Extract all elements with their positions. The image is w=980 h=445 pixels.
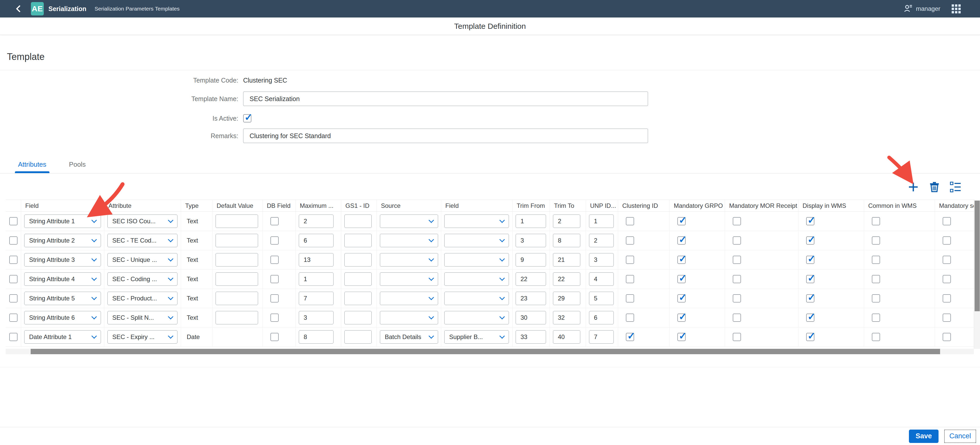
source-select[interactable] [380, 234, 438, 247]
mandatory-mor-receipt-checkbox[interactable] [733, 333, 741, 341]
unp-id-input[interactable] [589, 292, 614, 305]
trim-from-input[interactable] [515, 330, 546, 344]
display-in-wms-checkbox[interactable] [806, 217, 815, 225]
clustering-id-checkbox[interactable] [626, 314, 634, 322]
mandatory-grpo-checkbox[interactable] [678, 314, 686, 322]
source-select[interactable] [380, 253, 438, 266]
unp-id-input[interactable] [589, 234, 614, 247]
db-field-checkbox[interactable] [270, 275, 279, 283]
trim-to-input[interactable] [553, 272, 580, 286]
attribute-select[interactable]: SEC - Coding ... [107, 272, 177, 286]
clustering-id-checkbox[interactable] [626, 294, 634, 302]
unp-id-input[interactable] [589, 215, 614, 228]
default-value-input[interactable] [216, 311, 258, 325]
field-select[interactable]: String Attribute 5 [24, 292, 101, 305]
mandatory-mor-receipt-checkbox[interactable] [733, 314, 741, 322]
default-value-input[interactable] [216, 234, 258, 247]
display-in-wms-checkbox[interactable] [806, 333, 815, 341]
template-name-input[interactable] [243, 92, 648, 106]
attribute-select[interactable]: SEC - Expiry ... [107, 330, 177, 344]
common-in-wms-checkbox[interactable] [872, 314, 880, 322]
field-select[interactable]: String Attribute 1 [24, 215, 101, 228]
app-grid-icon[interactable] [952, 5, 961, 13]
trim-from-input[interactable] [515, 292, 546, 305]
gs1-id-input[interactable] [344, 292, 372, 305]
user-menu[interactable]: manager [904, 4, 940, 14]
field-select[interactable]: String Attribute 3 [24, 253, 101, 266]
clustering-id-checkbox[interactable] [626, 275, 634, 283]
mandatory-scan-checkbox[interactable] [943, 217, 951, 225]
clustering-id-checkbox[interactable] [626, 333, 634, 341]
unp-id-input[interactable] [589, 311, 614, 325]
trim-to-input[interactable] [553, 311, 580, 325]
maximum-input[interactable] [299, 253, 334, 266]
is-active-checkbox[interactable] [243, 114, 251, 122]
trim-to-input[interactable] [553, 234, 580, 247]
display-in-wms-checkbox[interactable] [806, 294, 815, 302]
attribute-select[interactable]: SEC - TE Cod... [107, 234, 177, 247]
mandatory-mor-receipt-checkbox[interactable] [733, 256, 741, 264]
field-select[interactable]: String Attribute 4 [24, 272, 101, 286]
source-field-select[interactable] [444, 253, 509, 266]
trim-to-input[interactable] [553, 292, 580, 305]
mandatory-grpo-checkbox[interactable] [678, 256, 686, 264]
source-field-select[interactable] [444, 234, 509, 247]
row-select-checkbox[interactable] [9, 275, 18, 283]
source-select[interactable]: Batch Details [380, 330, 438, 344]
source-select[interactable] [380, 272, 438, 286]
unp-id-input[interactable] [589, 253, 614, 266]
gs1-id-input[interactable] [344, 330, 372, 344]
display-in-wms-checkbox[interactable] [806, 275, 815, 283]
back-button[interactable] [12, 0, 27, 17]
unp-id-input[interactable] [589, 330, 614, 344]
field-select[interactable]: String Attribute 2 [24, 234, 101, 247]
mandatory-grpo-checkbox[interactable] [678, 294, 686, 302]
trim-from-input[interactable] [515, 253, 546, 266]
display-in-wms-checkbox[interactable] [806, 236, 815, 245]
common-in-wms-checkbox[interactable] [872, 333, 880, 341]
source-field-select[interactable]: Supplier B... [444, 330, 509, 344]
display-in-wms-checkbox[interactable] [806, 256, 815, 264]
mandatory-scan-checkbox[interactable] [943, 314, 951, 322]
cancel-button[interactable]: Cancel [944, 429, 976, 443]
mandatory-scan-checkbox[interactable] [943, 275, 951, 283]
field-select[interactable]: String Attribute 6 [24, 311, 101, 325]
common-in-wms-checkbox[interactable] [872, 275, 880, 283]
maximum-input[interactable] [299, 215, 334, 228]
gs1-id-input[interactable] [344, 272, 372, 286]
source-field-select[interactable] [444, 311, 509, 325]
source-select[interactable] [380, 292, 438, 305]
source-field-select[interactable] [444, 272, 509, 286]
row-select-checkbox[interactable] [9, 294, 18, 302]
source-select[interactable] [380, 311, 438, 325]
db-field-checkbox[interactable] [270, 256, 279, 264]
attribute-select[interactable]: SEC - Split N... [107, 311, 177, 325]
mandatory-grpo-checkbox[interactable] [678, 217, 686, 225]
maximum-input[interactable] [299, 234, 334, 247]
mandatory-grpo-checkbox[interactable] [678, 236, 686, 245]
common-in-wms-checkbox[interactable] [872, 217, 880, 225]
mandatory-scan-checkbox[interactable] [943, 294, 951, 302]
display-in-wms-checkbox[interactable] [806, 314, 815, 322]
mandatory-mor-receipt-checkbox[interactable] [733, 294, 741, 302]
db-field-checkbox[interactable] [270, 294, 279, 302]
trim-to-input[interactable] [553, 330, 580, 344]
mandatory-scan-checkbox[interactable] [943, 256, 951, 264]
common-in-wms-checkbox[interactable] [872, 294, 880, 302]
row-select-checkbox[interactable] [9, 256, 18, 264]
row-select-checkbox[interactable] [9, 333, 18, 341]
source-select[interactable] [380, 215, 438, 228]
mandatory-grpo-checkbox[interactable] [678, 275, 686, 283]
db-field-checkbox[interactable] [270, 217, 279, 225]
field-select[interactable]: Date Attribute 1 [24, 330, 101, 344]
clustering-id-checkbox[interactable] [626, 236, 634, 245]
row-select-checkbox[interactable] [9, 314, 18, 322]
db-field-checkbox[interactable] [270, 314, 279, 322]
common-in-wms-checkbox[interactable] [872, 236, 880, 245]
maximum-input[interactable] [299, 272, 334, 286]
column-settings-button[interactable] [950, 181, 961, 193]
row-select-checkbox[interactable] [9, 236, 18, 245]
common-in-wms-checkbox[interactable] [872, 256, 880, 264]
db-field-checkbox[interactable] [270, 333, 279, 341]
source-field-select[interactable] [444, 215, 509, 228]
